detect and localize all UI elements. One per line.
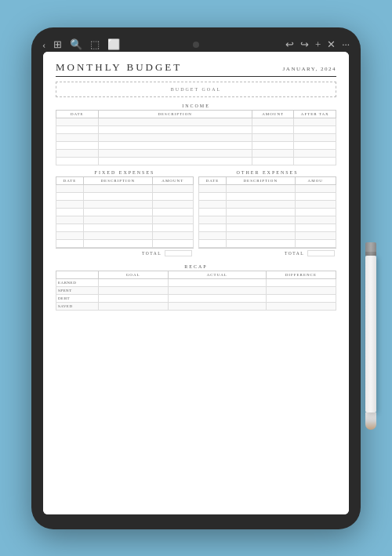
- table-row[interactable]: [56, 141, 336, 149]
- recap-col-actual: ACTUAL: [168, 271, 266, 278]
- income-col-date: DATE: [56, 110, 99, 118]
- undo-icon[interactable]: ↩: [285, 38, 294, 51]
- recap-table: GOAL ACTUAL DIFFERENCE EARNED SPENT: [56, 271, 336, 311]
- bookmark-icon[interactable]: ⬚: [90, 38, 100, 51]
- pencil-body: [365, 256, 376, 412]
- recap-title: RECAP: [56, 264, 336, 269]
- fixed-total-row: TOTAL: [56, 248, 194, 256]
- recap-col-goal: GOAL: [98, 271, 168, 278]
- table-row[interactable]: [199, 200, 336, 208]
- table-row[interactable]: [56, 223, 194, 231]
- pencil-tip: [365, 412, 376, 430]
- nav-right: ↩ ↪ + ✕ ···: [285, 38, 350, 51]
- table-row[interactable]: [56, 125, 336, 133]
- fixed-col-description: DESCRIPTION: [84, 176, 153, 184]
- income-col-amount: AMOUNT: [252, 110, 294, 118]
- table-row[interactable]: SAVED: [56, 302, 336, 310]
- table-row[interactable]: [56, 149, 336, 157]
- table-row[interactable]: [56, 133, 336, 141]
- income-title: INCOME: [56, 104, 336, 108]
- table-row[interactable]: [199, 208, 336, 216]
- back-icon[interactable]: ‹: [42, 38, 45, 51]
- share-icon[interactable]: ⬜: [107, 38, 120, 51]
- recap-row-debt: DEBT: [56, 294, 99, 302]
- close-icon[interactable]: ✕: [327, 38, 336, 51]
- fixed-header-row: DATE DESCRIPTION AMOUNT: [56, 176, 194, 184]
- table-row[interactable]: [199, 184, 336, 192]
- budget-goal-section: BUDGET GOAL: [56, 82, 336, 97]
- other-total-label: TOTAL: [285, 251, 304, 256]
- recap-section: RECAP GOAL ACTUAL DIFFERENCE EARNED: [56, 264, 336, 311]
- table-row[interactable]: EARNED: [56, 278, 336, 286]
- table-row[interactable]: SPENT: [56, 286, 336, 294]
- table-row[interactable]: [199, 223, 336, 231]
- income-header-row: DATE DESCRIPTION AMOUNT AFTER TAX: [56, 110, 336, 118]
- table-row[interactable]: [56, 216, 194, 223]
- income-col-description: DESCRIPTION: [98, 110, 252, 118]
- other-expenses-col: OTHER EXPENSES DATE DESCRIPTION AMOU: [198, 170, 336, 261]
- screen: MONTHLY BUDGET JANUARY, 2024 BUDGET GOAL…: [43, 52, 349, 514]
- table-row[interactable]: [56, 208, 194, 216]
- other-col-amount: AMOU: [295, 176, 336, 184]
- income-col-aftertax: AFTER TAX: [294, 110, 336, 118]
- doc-title: MONTHLY BUDGET: [56, 61, 182, 74]
- fixed-expenses-col: FIXED EXPENSES DATE DESCRIPTION AMOUNT: [56, 170, 194, 261]
- table-row[interactable]: [199, 231, 336, 239]
- doc-header: MONTHLY BUDGET JANUARY, 2024: [56, 61, 336, 77]
- other-expenses-table: DATE DESCRIPTION AMOU: [198, 176, 336, 248]
- search-icon[interactable]: 🔍: [70, 38, 82, 51]
- tablet: ‹ ⊞ 🔍 ⬚ ⬜ ↩ ↪ + ✕ ··· MONTHLY BUDGET JAN…: [31, 27, 361, 529]
- more-icon[interactable]: ···: [342, 38, 350, 51]
- budget-goal-label: BUDGET GOAL: [171, 87, 221, 92]
- fixed-total-value[interactable]: [165, 250, 192, 256]
- income-section: INCOME DATE DESCRIPTION AMOUNT AFTER TAX: [56, 104, 336, 165]
- table-row[interactable]: [56, 118, 336, 125]
- recap-row-spent: SPENT: [56, 286, 99, 294]
- pencil-eraser: [365, 242, 376, 252]
- document: MONTHLY BUDGET JANUARY, 2024 BUDGET GOAL…: [43, 52, 349, 514]
- other-col-date: DATE: [199, 176, 227, 184]
- pencil: [364, 242, 378, 423]
- doc-date: JANUARY, 2024: [283, 66, 336, 72]
- table-row[interactable]: [199, 192, 336, 200]
- nav-left: ‹ ⊞ 🔍 ⬚ ⬜: [42, 38, 120, 51]
- other-total-value[interactable]: [307, 250, 335, 256]
- table-row[interactable]: [199, 239, 336, 247]
- table-row[interactable]: DEBT: [56, 294, 336, 302]
- top-bar: ‹ ⊞ 🔍 ⬚ ⬜ ↩ ↪ + ✕ ···: [31, 27, 361, 62]
- table-row[interactable]: [56, 239, 194, 247]
- recap-col-difference: DIFFERENCE: [266, 271, 336, 278]
- other-col-description: DESCRIPTION: [227, 176, 296, 184]
- recap-row-earned: EARNED: [56, 278, 99, 286]
- fixed-expenses-table: DATE DESCRIPTION AMOUNT: [56, 176, 194, 248]
- redo-icon[interactable]: ↪: [300, 38, 309, 51]
- add-icon[interactable]: +: [315, 38, 321, 51]
- grid-icon[interactable]: ⊞: [53, 38, 62, 51]
- fixed-col-date: DATE: [56, 176, 84, 184]
- budget-goal-box[interactable]: BUDGET GOAL: [56, 82, 336, 97]
- recap-row-saved: SAVED: [56, 302, 99, 310]
- expenses-section: FIXED EXPENSES DATE DESCRIPTION AMOUNT: [56, 170, 336, 261]
- table-row[interactable]: [56, 192, 194, 200]
- other-expenses-title: OTHER EXPENSES: [198, 170, 336, 175]
- table-row[interactable]: [56, 231, 194, 239]
- recap-header-row: GOAL ACTUAL DIFFERENCE: [56, 271, 336, 278]
- other-total-row: TOTAL: [198, 248, 336, 256]
- fixed-expenses-title: FIXED EXPENSES: [56, 170, 194, 175]
- table-row[interactable]: [56, 157, 336, 165]
- fixed-total-label: TOTAL: [142, 251, 162, 256]
- recap-col-label: [56, 271, 99, 278]
- fixed-col-amount: AMOUNT: [152, 176, 194, 184]
- other-header-row: DATE DESCRIPTION AMOU: [199, 176, 336, 184]
- table-row[interactable]: [56, 184, 194, 192]
- income-table: DATE DESCRIPTION AMOUNT AFTER TAX: [56, 110, 336, 165]
- table-row[interactable]: [56, 200, 194, 208]
- table-row[interactable]: [199, 216, 336, 223]
